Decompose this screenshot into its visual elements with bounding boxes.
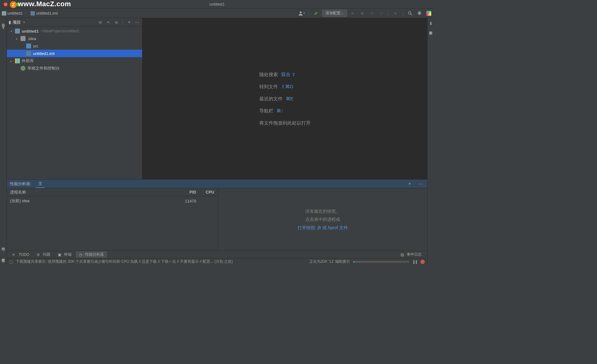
project-tree[interactable]: ▾ untitled1 ~/IdeaProjects/untitled1 ▸ .… — [7, 27, 142, 179]
status-bar: ▢ 下载预建共享索引: 使用预建的 JDK 个共享索引减少索引时间和 CPU 负… — [7, 258, 427, 265]
search-icon[interactable] — [407, 10, 414, 17]
gear-icon[interactable]: ✶ — [406, 180, 413, 187]
terminal-icon: ▣ — [58, 253, 62, 257]
open-snapshot-link[interactable]: 打开快照: jfr 或 hprof 文件 — [298, 225, 348, 230]
breadcrumb: untitled1 〉 untitled1.iml — [2, 11, 58, 16]
shortcut-goto-file: ⇧⌘O — [281, 80, 294, 93]
profiler-title: 性能分析器: — [10, 181, 31, 187]
select-opened-file-icon[interactable]: ⊕ — [97, 19, 103, 25]
error-indicator-icon[interactable] — [420, 260, 425, 264]
run-icon[interactable] — [349, 10, 356, 17]
list-icon: ≡ — [12, 253, 17, 257]
status-message[interactable]: 下载预建共享索引: 使用预建的 JDK 个共享索引减少索引时间和 CPU 负载 … — [16, 259, 233, 264]
close-window-icon[interactable] — [4, 2, 7, 6]
structure-icon[interactable]: ⋮ — [1, 248, 6, 253]
tip-recent-files: 最近的文件 — [259, 93, 283, 105]
process-row[interactable]: (当前) idea 11470 — [7, 196, 218, 206]
title-bar: Zwww.MacZ.com untitled1 — [0, 0, 434, 9]
tab-terminal[interactable]: ▣终端 — [55, 251, 75, 258]
folder-icon — [2, 11, 6, 16]
tab-event-log[interactable]: ▤事件日志 — [397, 251, 425, 258]
jetbrains-toolbox-icon[interactable] — [425, 10, 432, 17]
navigation-bar: untitled1 〉 untitled1.iml ▾ 添加配置... ◔ ◷ … — [0, 9, 434, 18]
svg-point-1 — [409, 11, 411, 14]
tab-todo[interactable]: ≡TODO — [9, 252, 32, 257]
tab-profiler[interactable]: ◷性能分析器 — [76, 251, 107, 258]
indexing-label: 正在为JDK '11' 编制索引 — [309, 259, 350, 264]
tool-tab-database[interactable]: 数据库 — [428, 27, 434, 30]
snapshot-msg-1: 没有最近的快照。 — [305, 207, 340, 216]
hide-icon[interactable]: — — [417, 180, 424, 187]
tip-drop-files: 将文件拖放到此处以打开 — [259, 117, 311, 129]
tool-tab-structure[interactable]: 结构 — [0, 243, 6, 246]
pause-icon[interactable]: ❚❚ — [412, 260, 417, 264]
coverage-icon[interactable]: ◔ — [368, 10, 375, 17]
tip-goto-file: 转到文件 — [259, 80, 278, 93]
tool-tab-favorites[interactable]: 收藏夹 — [0, 254, 6, 257]
log-icon: ▤ — [400, 253, 405, 257]
profile-icon[interactable]: ◷ — [377, 10, 384, 17]
run-config-selector[interactable]: 添加配置... — [322, 10, 347, 17]
chevron-down-icon[interactable]: ▾ — [9, 30, 13, 33]
editor-placeholder: 随处搜索双击 ⇧ 转到文件⇧⌘O 最近的文件⌘E 导航栏⌘↑ 将文件拖放到此处以… — [142, 18, 427, 179]
scratch-icon — [21, 66, 25, 71]
bottom-tool-tabs: ≡TODO ⊘问题 ▣终端 ◷性能分析器 ▤事件日志 — [7, 251, 427, 258]
project-tool-window: ▮ 项目 ▼ ⊕ ≡ ≣ ✶ — ▾ untitled1 — [7, 18, 142, 179]
status-rect-icon[interactable]: ▢ — [9, 260, 13, 264]
chevron-right-icon[interactable]: ▸ — [15, 37, 19, 40]
debug-icon[interactable] — [359, 10, 366, 17]
tree-node-project-root[interactable]: ▾ untitled1 ~/IdeaProjects/untitled1 — [7, 27, 142, 35]
svg-point-0 — [361, 12, 363, 15]
hide-icon[interactable]: — — [134, 19, 140, 25]
tree-node-scratches[interactable]: ▸ 草稿文件和控制台 — [7, 65, 142, 72]
tree-node-idea[interactable]: ▸ .idea — [7, 35, 142, 42]
chevron-right-icon: 〉 — [25, 11, 29, 16]
tool-tab-project[interactable]: 项目 — [0, 19, 6, 23]
project-tool-title[interactable]: ▮ 项目 ▼ — [9, 20, 25, 25]
tab-problems[interactable]: ⊘问题 — [34, 251, 53, 258]
toolbar-right: ▾ 添加配置... ◔ ◷ ■ — [298, 10, 432, 17]
svg-line-2 — [411, 14, 412, 15]
expand-all-icon[interactable]: ≡ — [105, 19, 111, 25]
star-icon[interactable]: ★ — [1, 259, 6, 264]
build-icon[interactable] — [313, 10, 320, 17]
iml-file-icon — [26, 51, 31, 56]
col-cpu[interactable]: CPU — [196, 190, 218, 194]
tree-node-external-libraries[interactable]: ▸ 外部库 — [7, 57, 142, 65]
profiler-panel: 性能分析器: 主 ✶ — 进程名称 PID CPU (当前) idea — [7, 179, 427, 251]
process-table-header: 进程名称 PID CPU — [7, 188, 218, 196]
user-icon[interactable]: ▾ — [298, 10, 305, 17]
shortcut-navbar: ⌘↑ — [276, 105, 284, 117]
shortcut-search: 双击 ⇧ — [281, 68, 296, 80]
database-icon[interactable]: ▮ — [428, 20, 433, 25]
libraries-icon — [15, 58, 20, 63]
tree-node-src[interactable]: ▸ src — [7, 42, 142, 50]
folder-icon — [21, 36, 25, 41]
progress-bar[interactable] — [353, 261, 409, 263]
breadcrumb-file[interactable]: untitled1.iml — [30, 11, 58, 16]
profiler-tab-main[interactable]: 主 — [36, 180, 45, 188]
warning-icon: ⊘ — [37, 253, 41, 257]
collapse-all-icon[interactable]: ≣ — [113, 19, 119, 25]
project-icon — [15, 29, 20, 34]
tip-nav-bar: 导航栏 — [259, 105, 273, 117]
iml-file-icon — [30, 11, 35, 16]
stop-icon[interactable]: ■ — [392, 10, 399, 17]
window-title: untitled1 — [209, 2, 224, 7]
left-gutter: 项目 ▮ 结构 ⋮ 收藏夹 ★ — [0, 18, 7, 265]
col-pid[interactable]: PID — [168, 190, 196, 194]
project-tool-header: ▮ 项目 ▼ ⊕ ≡ ≣ ✶ — — [7, 18, 142, 27]
gear-icon[interactable]: ✶ — [126, 19, 132, 25]
process-table: 进程名称 PID CPU (当前) idea 11470 — [7, 188, 218, 251]
col-process-name[interactable]: 进程名称 — [7, 189, 168, 195]
editor-tips: 随处搜索双击 ⇧ 转到文件⇧⌘O 最近的文件⌘E 导航栏⌘↑ 将文件拖放到此处以… — [259, 68, 311, 129]
folder-icon[interactable]: ▮ — [1, 24, 6, 29]
tree-node-iml[interactable]: ▸ untitled1.iml — [7, 50, 142, 57]
shortcut-recent: ⌘E — [286, 93, 294, 105]
breadcrumb-project[interactable]: untitled1 — [2, 11, 23, 16]
tip-search-everywhere: 随处搜索 — [259, 68, 278, 80]
right-gutter: ▮ 数据库 — [427, 18, 434, 265]
settings-icon[interactable] — [416, 10, 423, 17]
watermark: Zwww.MacZ.com — [10, 0, 71, 8]
chevron-right-icon[interactable]: ▸ — [9, 59, 13, 63]
